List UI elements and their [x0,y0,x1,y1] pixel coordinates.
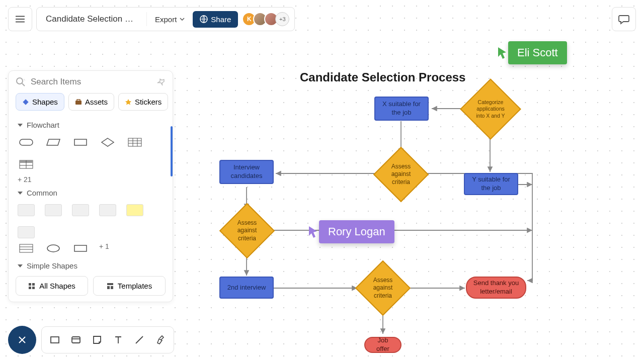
tool-sticky[interactable] [87,330,107,350]
cursor-icon [308,225,319,238]
search-icon [16,77,26,87]
tool-card[interactable] [66,330,86,350]
search-input[interactable] [31,77,152,87]
bottom-toolbar [8,326,174,354]
node-assess-1[interactable]: Assess against criteria [381,155,421,194]
tab-label: Stickers [135,98,162,106]
button-label: Templates [118,282,152,290]
svg-rect-20 [51,337,59,343]
templates-button[interactable]: Templates [93,276,166,296]
node-assess-3[interactable]: Assess against criteria [363,268,403,308]
top-group: Candidate Selection Pro... Export Share … [36,7,295,31]
section-label: Simple Shapes [27,261,77,270]
collaborator-avatars[interactable]: K +3 [242,12,289,26]
menu-button[interactable] [8,7,32,31]
section-label: Common [27,189,57,197]
shape-diamond[interactable] [99,136,116,148]
svg-point-1 [17,78,23,84]
diagram-title[interactable]: Candidate Selection Process [300,70,465,84]
svg-rect-21 [72,337,80,343]
cursor-label: Rory Logan [319,220,394,243]
shape-sticky-note[interactable] [126,204,143,216]
node-second-interview[interactable]: 2nd interview [219,277,274,299]
document-title[interactable]: Candidate Selection Pro... [42,14,142,24]
tool-text[interactable] [108,330,128,350]
shape-table-header[interactable] [18,158,35,170]
shapes-panel: Shapes Assets Stickers Flowchart + 21 Co [8,70,173,302]
svg-rect-14 [32,283,35,286]
section-simple-shapes[interactable]: Simple Shapes [18,261,164,270]
top-toolbar: Candidate Selection Pro... Export Share … [8,7,295,31]
svg-rect-15 [29,287,31,289]
shape-common-2[interactable] [45,204,62,216]
node-thankyou[interactable]: Send thank you letter/email [466,277,526,299]
shape-common-4[interactable] [99,204,116,216]
svg-rect-17 [107,283,113,285]
collaborator-cursor-rory: Rory Logan [308,220,394,243]
shape-rect[interactable] [72,242,89,254]
avatar-more[interactable]: +3 [275,12,289,26]
button-label: All Shapes [39,282,75,290]
shape-parallelogram[interactable] [45,136,62,148]
layout-icon [107,283,114,290]
globe-icon [200,15,208,23]
svg-rect-10 [20,244,33,252]
tool-highlighter[interactable] [150,330,171,350]
svg-rect-19 [111,286,113,289]
tab-assets[interactable]: Assets [68,93,114,111]
node-job-offer[interactable]: Job offer [364,337,401,353]
shape-common-3[interactable] [72,204,89,216]
svg-rect-2 [23,99,28,105]
tool-rect[interactable] [45,330,65,350]
tab-label: Assets [85,98,108,106]
chevron-down-icon [180,18,185,21]
shape-table-rows[interactable] [18,242,35,254]
cursor-label: Eli Scott [508,41,567,64]
close-icon [18,335,27,344]
comment-button[interactable] [612,7,636,31]
shape-common-1[interactable] [18,204,35,216]
node-interview[interactable]: Interview candidates [219,160,274,184]
diamond-icon [22,99,29,106]
export-label: Export [155,15,177,24]
tool-line[interactable] [129,330,149,350]
caret-down-icon [18,264,23,267]
section-label: Flowchart [27,121,59,129]
section-flowchart[interactable]: Flowchart [18,121,164,129]
tab-shapes[interactable]: Shapes [16,93,64,111]
svg-rect-16 [32,287,35,289]
node-categorize[interactable]: Categorize applications into X and Y [469,87,512,131]
all-shapes-button[interactable]: All Shapes [16,276,88,296]
node-x-suitable[interactable]: X suitable for the job [374,97,429,121]
scrollbar[interactable] [171,126,173,176]
common-more[interactable]: + 1 [99,242,109,254]
export-button[interactable]: Export [151,12,189,27]
star-icon [125,99,132,106]
node-y-suitable[interactable]: Y suitable for the job [464,173,518,195]
close-tools-button[interactable] [8,326,36,354]
svg-rect-4 [77,100,80,101]
briefcase-icon [75,99,82,106]
shape-table[interactable] [126,136,143,148]
svg-rect-7 [128,138,141,146]
svg-rect-12 [74,245,87,251]
shape-common-6[interactable] [18,226,35,238]
shape-ellipse[interactable] [45,242,62,254]
tab-stickers[interactable]: Stickers [118,93,168,111]
hamburger-icon [15,14,26,25]
caret-down-icon [18,124,23,127]
shape-terminator[interactable] [18,136,35,148]
share-label: Share [211,15,231,24]
collaborator-cursor-eli: Eli Scott [497,41,567,64]
flowchart-more[interactable]: + 21 [18,172,164,184]
speech-bubble-icon [618,13,630,25]
node-assess-2[interactable]: Assess against criteria [227,211,267,250]
cursor-icon [497,46,508,59]
share-button[interactable]: Share [193,11,238,28]
svg-rect-13 [29,283,31,286]
svg-rect-5 [20,139,33,145]
svg-rect-6 [74,139,87,145]
pin-icon[interactable] [156,76,168,88]
shape-rectangle[interactable] [72,136,89,148]
section-common[interactable]: Common [18,189,164,197]
